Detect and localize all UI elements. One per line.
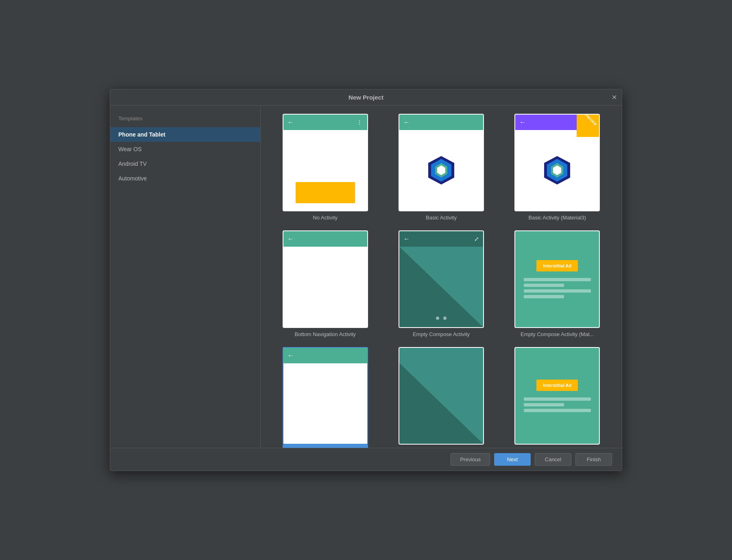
next-button[interactable]: Next — [494, 453, 531, 466]
admob-line-2 — [524, 284, 564, 287]
sidebar-item-label: Phone and Tablet — [118, 131, 166, 138]
sidebar: Templates Phone and Tablet Wear OS Andro… — [110, 106, 261, 448]
admob-lines — [524, 278, 591, 298]
dialog-body: Templates Phone and Tablet Wear OS Andro… — [110, 106, 622, 448]
expand-icon: ⤢ — [474, 236, 479, 242]
template-thumb-bottom-nav: ← — [283, 230, 368, 328]
template-thumb-empty-compose: ← ⤢ — [399, 230, 484, 328]
template-label: Empty Compose Activity (Mat... — [521, 331, 594, 337]
template-label: No Activity — [313, 215, 338, 221]
bottom-nav-mockup: ← — [283, 231, 367, 327]
template-thumb-google-admob: Interstitial Ad — [514, 347, 600, 445]
sidebar-item-android-tv[interactable]: Android TV — [110, 156, 260, 171]
new-project-dialog: New Project ✕ Templates Phone and Tablet… — [110, 89, 622, 471]
admob-line-4 — [524, 295, 564, 298]
material3-mockup: ← PREVIEW — [515, 115, 599, 211]
admob-line-3 — [524, 289, 591, 293]
template-label: Basic Activity (Material3) — [529, 215, 586, 221]
admob-line-1 — [524, 278, 591, 281]
menu-dots-icon: ⋮ — [357, 119, 363, 126]
material3-body — [515, 130, 599, 211]
selected-label-box: Empty Activity — [283, 445, 368, 448]
title-bar: New Project ✕ — [110, 89, 622, 106]
template-thumb-basic-activity: ← — [399, 114, 484, 211]
sidebar-item-label: Android TV — [118, 161, 147, 167]
preview-text: PREVIEW — [584, 115, 597, 126]
bottom-nav-body — [283, 247, 367, 327]
fullscreen-mockup: ← ⋮ — [399, 348, 483, 444]
template-bottom-nav[interactable]: ← Bottom Navigation Activity — [273, 230, 377, 337]
basic-activity-mockup: ← — [399, 115, 483, 211]
phone-body — [283, 130, 367, 182]
empty-compose-mat-mockup: Interstitial Ad — [515, 231, 599, 327]
ad-label: Interstitial Ad — [536, 380, 578, 391]
hex-icon — [425, 154, 458, 187]
dot-indicators — [436, 317, 447, 320]
compose-mockup: ← ⤢ — [399, 231, 483, 327]
cancel-button[interactable]: Cancel — [535, 453, 571, 466]
sidebar-item-phone-tablet[interactable]: Phone and Tablet — [110, 127, 260, 142]
bottom-nav-topbar: ← — [283, 231, 367, 247]
template-no-activity[interactable]: ← ⋮ No Activity — [273, 114, 377, 221]
compose-topbar: ← ⤢ — [399, 231, 483, 247]
template-google-admob[interactable]: Interstitial Ad Google AdMob Ads Activit… — [505, 347, 610, 448]
ad-line-1 — [524, 397, 591, 401]
template-fullscreen[interactable]: ← ⋮ Fullscreen Activity — [389, 347, 493, 448]
finish-button[interactable]: Finish — [575, 453, 612, 466]
template-empty-compose[interactable]: ← ⤢ — [389, 230, 493, 337]
back-arrow-icon: ← — [288, 235, 294, 243]
fullscreen-bg-svg — [399, 348, 483, 444]
dialog-title: New Project — [349, 94, 383, 101]
basic-topbar: ← — [399, 115, 483, 130]
phone-body — [283, 363, 367, 444]
close-button[interactable]: ✕ — [612, 94, 617, 101]
sidebar-item-label: Automotive — [118, 175, 147, 182]
dot-1 — [436, 317, 439, 320]
template-basic-material3[interactable]: ← PREVIEW — [505, 114, 610, 221]
template-basic-activity[interactable]: ← — [389, 114, 493, 221]
template-label: Empty Compose Activity — [413, 331, 470, 337]
back-icon: ← — [403, 119, 410, 126]
back-arrow-icon: ← — [403, 235, 410, 243]
admob-mockup: Interstitial Ad — [515, 348, 599, 444]
sidebar-item-label: Wear OS — [118, 146, 142, 152]
phone-topbar: ← ⋮ — [283, 115, 367, 130]
phone-mockup: ← ⋮ — [283, 115, 367, 211]
template-thumb-material3: ← PREVIEW — [514, 114, 600, 211]
template-thumb-empty-compose-mat: Interstitial Ad — [514, 230, 600, 328]
main-content: ← ⋮ No Activity — [261, 106, 622, 448]
back-arrow-icon: ← — [288, 352, 294, 359]
back-arrow-icon: ← — [288, 119, 294, 126]
templates-grid: ← ⋮ No Activity — [273, 114, 610, 448]
sidebar-label: Templates — [110, 112, 260, 127]
diagonal-svg — [399, 247, 483, 327]
basic-body — [399, 130, 483, 211]
sidebar-item-automotive[interactable]: Automotive — [110, 171, 260, 186]
template-label: Basic Activity — [426, 215, 457, 221]
preview-badge: PREVIEW — [577, 115, 599, 137]
hex-icon-m3 — [541, 154, 573, 187]
template-thumb-no-activity: ← ⋮ — [283, 114, 368, 211]
previous-button[interactable]: Previous — [451, 453, 490, 466]
template-thumb-fullscreen: ← ⋮ — [399, 347, 484, 445]
phone-topbar: ← — [283, 348, 367, 363]
template-thumb-empty-activity: ← — [283, 347, 368, 445]
template-empty-activity[interactable]: ← Empty Activity — [273, 347, 377, 448]
ad-line-3 — [524, 409, 591, 412]
admob-content-lines — [524, 397, 591, 412]
template-empty-compose-mat[interactable]: Interstitial Ad Empty Compose Activity (… — [505, 230, 610, 337]
sidebar-item-wear-os[interactable]: Wear OS — [110, 142, 260, 156]
phone-bottombar — [296, 182, 355, 203]
dot-2 — [443, 317, 447, 320]
interstitial-ad-label: Interstitial Ad — [536, 260, 578, 271]
empty-activity-mockup: ← — [283, 348, 367, 444]
template-label: Bottom Navigation Activity — [295, 331, 356, 337]
ad-line-2 — [524, 403, 564, 406]
compose-diagonal — [399, 247, 483, 327]
dialog-footer: Previous Next Cancel Finish — [110, 448, 622, 471]
